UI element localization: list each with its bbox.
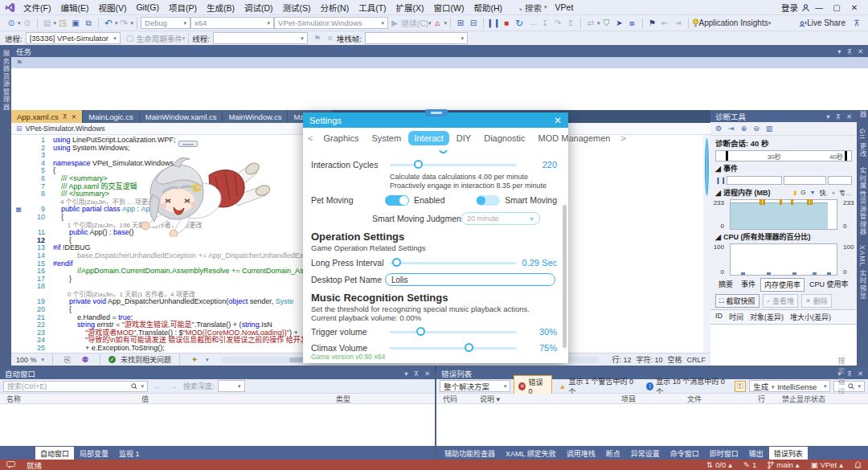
suggestion-icon[interactable]: ✦ <box>188 354 201 366</box>
memory-chart[interactable] <box>730 199 837 230</box>
navigate-forward-icon[interactable]: ⊙ <box>21 18 34 29</box>
export-icon[interactable]: ⇥ <box>728 125 735 133</box>
smart-judgment-dropdown[interactable]: 20 minute▼ <box>461 212 540 225</box>
error-column-代码[interactable]: 代码 <box>436 394 473 404</box>
menu-项目(P)[interactable]: 项目(P) <box>164 0 202 15</box>
snapshot-icon[interactable]: ⧇ <box>626 18 639 29</box>
collapse-icon[interactable]: ◢ <box>715 189 721 197</box>
close-icon[interactable]: ✕ <box>72 113 77 121</box>
menu-测试(S)[interactable]: 测试(S) <box>278 0 316 15</box>
settings-tab-interact[interactable]: Interact <box>408 131 449 145</box>
scope-dropdown[interactable]: 整个解决方案▾ <box>440 380 510 392</box>
health-indicator[interactable]: 未找到相关问题 <box>121 354 171 365</box>
grid-column-对象(差异)[interactable]: 对象(差异) <box>750 312 784 322</box>
editor-scrollbar[interactable] <box>703 135 710 353</box>
vtab-server-explorer[interactable]: 服务器资源管理器 <box>0 45 11 116</box>
tasks-panel-header[interactable]: 任务 ▾⊼✕ <box>11 45 868 57</box>
settings-tab-system[interactable]: System <box>366 131 407 145</box>
settings-tab-diy[interactable]: DIY <box>451 131 477 145</box>
zoom-out-icon[interactable]: ⊖ <box>753 125 760 133</box>
inspect-icon[interactable]: ➤ <box>613 18 626 29</box>
startup-project-dropdown[interactable]: VPet-Simulator.Windows▾ <box>274 17 388 29</box>
error-column-行[interactable]: 行 <box>751 394 776 404</box>
collapse-icon[interactable]: ◢ <box>715 165 721 173</box>
next-bookmark-icon[interactable]: ⇥ <box>672 18 685 29</box>
diag-button-截取快照[interactable]: ⛶截取快照 <box>715 294 760 308</box>
save-all-icon[interactable]: ⧉ <box>82 18 95 29</box>
sync-status[interactable]: ⇅ 0/0 ▴ <box>706 460 732 469</box>
smart-moving-toggle[interactable] <box>476 195 500 206</box>
error-column-文件[interactable]: 文件 <box>681 394 751 404</box>
editor-zoom-dropdown[interactable]: 100 % <box>16 356 37 364</box>
close-icon[interactable]: ✕ <box>858 370 863 378</box>
panel-tab-局部变量[interactable]: 局部变量 <box>75 447 113 460</box>
error-column-禁止显示状态[interactable]: 禁止显示状态 <box>776 394 840 404</box>
stop-debug-icon[interactable]: ■ <box>500 18 513 29</box>
pin-icon[interactable]: ⊼ <box>836 112 841 121</box>
menu-分析(N)[interactable]: 分析(N) <box>316 0 354 15</box>
interaction-cycles-slider-thumb[interactable] <box>414 160 423 169</box>
pin-icon[interactable]: ⊼ <box>847 370 852 378</box>
error-search-input[interactable]: 搜索错误列表 ▾ <box>833 381 865 392</box>
menu-编辑(E)[interactable]: 编辑(E) <box>55 0 93 15</box>
autos-column-名称[interactable]: 名称 <box>0 394 135 404</box>
events-track[interactable]: ❙❙ <box>715 175 852 186</box>
grid-column-堆大小(差异)[interactable]: 堆大小(差异) <box>790 312 831 322</box>
tabs-scroll-right-icon[interactable]: > <box>619 133 627 143</box>
search-control[interactable]: 搜索▾ <box>515 2 547 14</box>
settings-tab-graphics[interactable]: Graphics <box>317 131 364 145</box>
panel-tab-即时窗口[interactable]: 即时窗口 <box>705 447 743 460</box>
error-column-说明 ▾[interactable]: 说明 ▾ <box>473 394 615 404</box>
zoom-in-icon[interactable]: ⊕ <box>741 125 747 133</box>
document-tab[interactable]: MainWindow.xaml.cs <box>140 110 223 123</box>
error-column-项目[interactable]: 项目 <box>615 394 681 404</box>
diagnostics-header[interactable]: 诊断工具 ▾⊼✕ <box>710 110 857 122</box>
close-icon[interactable]: ✕ <box>858 47 863 55</box>
document-tab[interactable]: MainWindow.cs <box>223 110 287 123</box>
partial-slider-thumb[interactable] <box>439 150 448 153</box>
autos-column-类型[interactable]: 类型 <box>330 394 394 404</box>
document-tab[interactable]: MainLogic.cs <box>83 110 138 123</box>
pin-icon[interactable]: ⊼ <box>63 113 68 121</box>
pin-icon[interactable]: ⊼ <box>847 47 852 55</box>
people-icon[interactable]: ⚉ <box>79 354 92 366</box>
eol-mode[interactable]: CRLF <box>686 356 706 364</box>
indent-mode[interactable]: 空格 <box>667 354 682 365</box>
solution-config-dropdown[interactable]: Debug▾ <box>141 17 190 29</box>
trigger-volume-slider[interactable] <box>390 331 517 333</box>
trigger-volume-slider-thumb[interactable] <box>416 327 425 336</box>
dialog-drag-handle[interactable] <box>425 109 448 116</box>
redo-icon[interactable]: ↷ <box>118 18 131 29</box>
panel-tab-错误列表[interactable]: 错误列表 <box>769 447 808 460</box>
gear-icon[interactable]: ⚙ <box>715 125 722 133</box>
climax-volume-slider[interactable] <box>390 347 517 349</box>
diag-tab-摘要[interactable]: 摘要 <box>715 278 736 292</box>
forward-icon[interactable]: → <box>167 381 180 392</box>
minimize-button[interactable]: — <box>810 2 828 14</box>
branch-selector[interactable]: main ▴ <box>768 460 799 469</box>
live-share-button[interactable]: Live Share <box>807 18 845 27</box>
repo-selector[interactable]: ▣ VPet ▴ <box>811 460 843 469</box>
feedback-icon[interactable]: ⊼ <box>850 18 863 29</box>
session-timeline[interactable]: 30秒40秒 <box>715 150 852 161</box>
dialog-scrollbar[interactable] <box>563 205 567 348</box>
source-filter-dropdown[interactable]: 生成 + IntelliSense▾ <box>749 380 830 392</box>
settings-tab-diagnostic[interactable]: Diagnostic <box>478 131 530 145</box>
feedback-bubble-icon[interactable] <box>6 461 15 468</box>
pet-name-input[interactable]: Lolis <box>385 273 555 286</box>
continue-icon[interactable]: ▶ <box>388 18 401 29</box>
pet-moving-toggle[interactable] <box>385 195 409 206</box>
vtab-XAML 实时预览[interactable]: XAML 实时预览 <box>857 240 868 304</box>
profile-icon[interactable] <box>801 3 810 12</box>
app-insights-button[interactable]: Application Insights <box>699 18 768 27</box>
panel-tab-XAML 绑定失败[interactable]: XAML 绑定失败 <box>501 447 561 460</box>
panel-tab-命令窗口[interactable]: 命令窗口 <box>665 447 704 460</box>
show-next-statement-icon[interactable]: → <box>526 18 538 29</box>
bell-icon[interactable] <box>854 461 862 469</box>
panel-tab-调用堆栈[interactable]: 调用堆栈 <box>562 447 600 460</box>
autos-header[interactable]: 自动窗口 ▾⊼✕ <box>0 367 435 379</box>
collapse-icon[interactable]: ◢ <box>715 233 721 241</box>
printer-icon[interactable]: ⎘ <box>61 354 74 366</box>
filter-key-icon[interactable]: ⚿ <box>735 381 747 392</box>
close-icon[interactable]: ✕ <box>846 112 852 121</box>
